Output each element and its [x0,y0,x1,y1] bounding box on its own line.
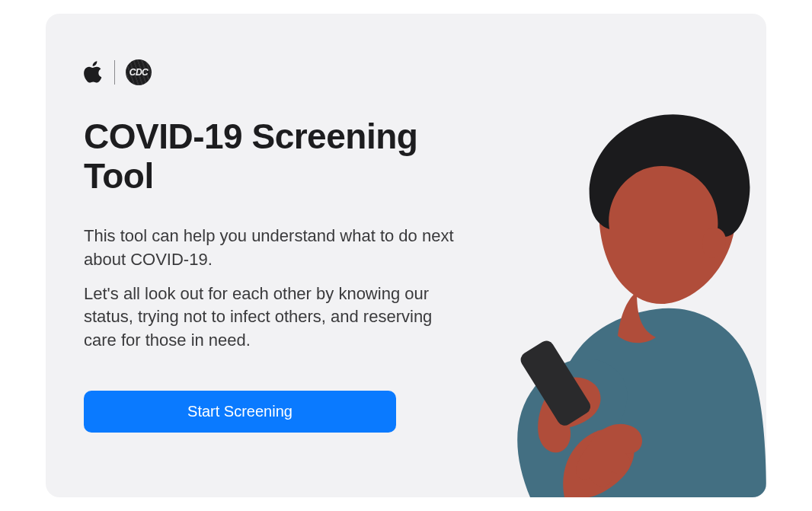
person-phone-illustration [439,101,766,497]
logo-divider [114,60,115,85]
intro-paragraph-1: This tool can help you understand what t… [84,225,457,272]
logo-row: CDC [84,59,728,85]
start-screening-button[interactable]: Start Screening [84,391,396,433]
apple-logo-icon [84,60,104,85]
page-title: COVID‑19 Screening Tool [84,117,465,196]
screening-card: CDC COVID‑19 Screening Tool This tool ca… [46,14,766,497]
cdc-logo-icon: CDC [126,59,152,85]
intro-paragraph-2: Let's all look out for each other by kno… [84,283,457,353]
cdc-logo-text: CDC [129,67,149,78]
svg-rect-0 [518,338,593,429]
